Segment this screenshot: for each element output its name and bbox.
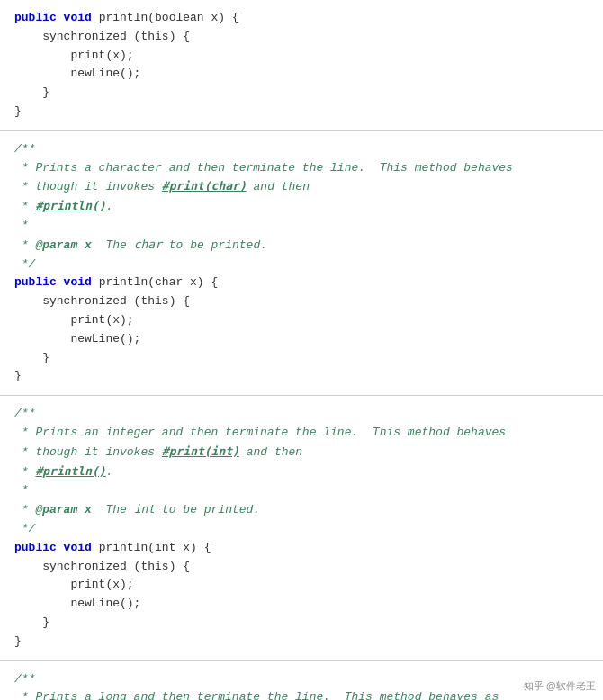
code-line: synchronized (this) { [14, 558, 589, 577]
code-line: * [14, 217, 589, 236]
code-line: print(x); [14, 47, 589, 66]
code-line: synchronized (this) { [14, 292, 589, 311]
code-line: */ [14, 520, 589, 539]
code-line: * though it invokes #print(char) and the… [14, 177, 589, 197]
code-line: public void println(int x) { [14, 539, 589, 558]
code-line: * #println(). [14, 462, 589, 482]
code-line: public void println(boolean x) { [14, 9, 589, 28]
code-line: /** [14, 670, 589, 689]
code-line: } [14, 633, 589, 651]
code-line: * @param x The char to be printed. [14, 236, 589, 256]
code-line: * though it invokes #print(int) and then [14, 443, 589, 462]
code-line: } [14, 349, 589, 368]
code-line: /** [14, 140, 589, 159]
code-line: */ [14, 256, 589, 274]
code-line: print(x); [14, 311, 589, 330]
code-line: } [14, 614, 589, 633]
code-line: * @param x The int to be printed. [14, 500, 589, 520]
code-line: public void println(char x) { [14, 274, 589, 292]
block-boolean: public void println(boolean x) { synchro… [0, 0, 603, 131]
code-line: newLine(); [14, 330, 589, 349]
code-line: * #println(). [14, 197, 589, 217]
code-line: * Prints a long and then terminate the l… [14, 688, 589, 700]
code-line: } [14, 367, 589, 386]
code-viewer: public void println(boolean x) { synchro… [0, 0, 603, 700]
code-line: print(x); [14, 576, 589, 595]
watermark: 知乎 @软件老王 [524, 679, 596, 693]
block-int: /** * Prints an integer and then termina… [0, 396, 603, 660]
code-line: } [14, 103, 589, 121]
code-line: /** [14, 405, 589, 424]
code-line: * Prints an integer and then terminate t… [14, 424, 589, 443]
block-long: /** * Prints a long and then terminate t… [0, 661, 603, 701]
code-line: } [14, 84, 589, 103]
code-line: synchronized (this) { [14, 28, 589, 47]
code-line: newLine(); [14, 595, 589, 614]
code-line: newLine(); [14, 65, 589, 84]
block-char: /** * Prints a character and then termin… [0, 131, 603, 396]
code-line: * [14, 481, 589, 500]
code-line: * Prints a character and then terminate … [14, 159, 589, 178]
